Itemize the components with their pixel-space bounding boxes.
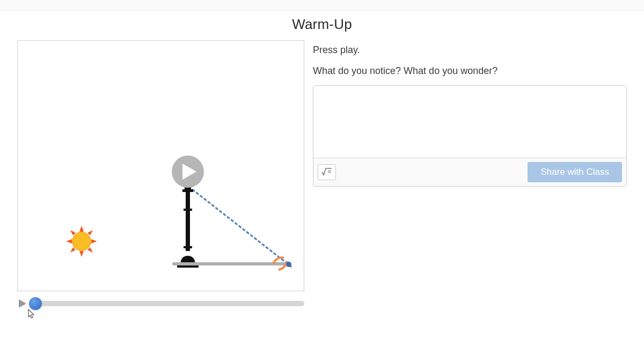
svg-marker-17 [182,164,196,180]
sun-icon [66,226,97,257]
svg-rect-12 [186,192,190,251]
slider-play-button[interactable] [17,298,28,309]
sqrt-icon [321,167,332,178]
svg-marker-3 [91,239,97,243]
math-keyboard-button[interactable] [318,164,336,180]
play-icon [182,164,196,180]
response-box: Share with Class [313,85,627,187]
animation-slider-row [17,294,304,313]
play-overlay-button[interactable] [172,156,204,188]
svg-marker-1 [79,251,84,257]
svg-rect-13 [184,209,192,211]
activity-page: Warm-Up [0,11,644,362]
slider-thumb[interactable] [29,297,42,310]
svg-rect-11 [182,189,193,192]
cursor-pointer-icon [24,308,37,321]
svg-rect-16 [177,265,199,268]
response-toolbar: Share with Class [313,158,626,186]
prompt-line-2: What do you notice? What do you wonder? [313,64,627,78]
content-columns: Press play. What do you notice? What do … [17,40,627,313]
svg-rect-14 [184,246,192,248]
page-title: Warm-Up [17,16,627,33]
play-small-icon [19,299,26,308]
response-textarea[interactable] [313,86,626,156]
ray-endpoint [286,262,291,267]
share-with-class-button[interactable]: Share with Class [528,162,622,182]
svg-point-8 [72,232,91,250]
svg-marker-18 [19,299,26,308]
animation-canvas [17,40,304,291]
app-topbar [0,0,644,11]
animation-column [17,40,304,313]
prompt-line-1: Press play. [313,43,627,57]
svg-marker-2 [66,239,72,243]
animation-slider[interactable] [31,301,304,306]
svg-rect-19 [328,170,331,173]
lamppost-icon [177,176,199,270]
prompt-column: Press play. What do you notice? What do … [313,40,627,187]
svg-marker-0 [79,226,84,232]
